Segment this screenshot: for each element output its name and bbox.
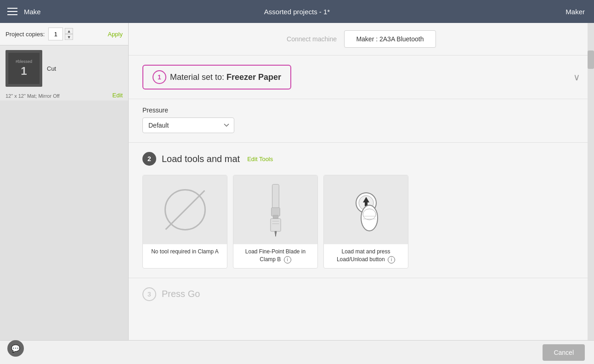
mat-thumbnail-inner: #blessed 1	[8, 53, 40, 84]
mat-info-row: 12" x 12" Mat; Mirror Off Edit	[0, 91, 128, 101]
pressure-select[interactable]: Default More Less	[142, 118, 234, 133]
step2-header: 2 Load tools and mat Edit Tools	[142, 152, 580, 166]
mat-size-label: 12" x 12" Mat; Mirror Off	[6, 93, 60, 99]
chevron-down-icon[interactable]: ∨	[573, 72, 580, 83]
step1-material: Freezer Paper	[226, 73, 281, 82]
scrollbar-track[interactable]	[588, 23, 594, 340]
blade-svg-icon	[262, 182, 289, 237]
step1-box: 1 Material set to: Freezer Paper	[142, 65, 291, 90]
copies-input-wrapper: 1 ▲ ▼	[48, 28, 73, 40]
tool-image-finger	[324, 175, 408, 244]
project-copies-label: Project copies:	[6, 31, 45, 38]
svg-marker-4	[275, 231, 277, 236]
step3-section: 3 Press Go	[129, 278, 594, 310]
sidebar-item-info: Cut	[47, 65, 123, 72]
tool-caption-no-tool: No tool required in Clamp A	[143, 244, 227, 260]
tool-caption-finger: Load mat and press Load/Unload button i	[324, 244, 408, 268]
project-title: Assorted projects - 1*	[264, 8, 330, 16]
maker-label: Maker	[566, 8, 585, 16]
svg-rect-3	[270, 218, 280, 231]
tool-card-blade: Load Fine-Point Blade in Clamp B i	[233, 175, 318, 269]
hamburger-menu-icon[interactable]	[7, 8, 17, 15]
chat-bubble-icon: 💬	[11, 344, 20, 353]
step1-circle: 1	[153, 70, 166, 84]
svg-rect-2	[273, 215, 278, 218]
content-area: Connect machine Maker : 2A3A Bluetooth 1…	[129, 23, 594, 340]
finger-info-icon[interactable]: i	[388, 256, 395, 263]
copies-up-arrow[interactable]: ▲	[65, 28, 73, 34]
machine-button[interactable]: Maker : 2A3A Bluetooth	[344, 30, 436, 48]
step3-circle: 3	[142, 287, 156, 301]
topbar: Make Assorted projects - 1* Maker	[0, 0, 594, 23]
svg-rect-0	[272, 185, 279, 210]
cut-label: Cut	[47, 65, 123, 72]
step1-section: 1 Material set to: Freezer Paper ∨	[129, 56, 594, 99]
step1-label: Material set to: Freezer Paper	[170, 73, 281, 82]
step2-title: Load tools and mat	[162, 154, 240, 164]
step2-section: 2 Load tools and mat Edit Tools No tool …	[129, 143, 594, 278]
sidebar-controls: Project copies: 1 ▲ ▼ Apply	[0, 23, 128, 45]
edit-tools-link[interactable]: Edit Tools	[247, 156, 273, 162]
step1-inner: 1 Material set to: Freezer Paper	[142, 65, 291, 90]
step2-circle: 2	[142, 152, 156, 166]
sidebar: Project copies: 1 ▲ ▼ Apply #blessed 1	[0, 23, 129, 340]
finger-press-icon	[341, 178, 391, 242]
chat-icon[interactable]: 💬	[7, 340, 24, 357]
tool-caption-blade: Load Fine-Point Blade in Clamp B i	[233, 244, 317, 268]
blade-info-icon[interactable]: i	[284, 256, 291, 263]
pressure-label: Pressure	[142, 106, 580, 114]
connect-label: Connect machine	[287, 35, 337, 43]
make-title: Make	[24, 8, 41, 16]
tool-image-no-tool	[143, 175, 227, 244]
tool-card-no-tool: No tool required in Clamp A	[142, 175, 227, 269]
cancel-button[interactable]: Cancel	[543, 344, 585, 361]
svg-rect-1	[271, 207, 279, 216]
no-tool-icon	[164, 189, 206, 230]
sidebar-item-card: #blessed 1 Cut	[0, 45, 128, 91]
step3-header: 3 Press Go	[142, 287, 580, 301]
apply-button[interactable]: Apply	[107, 31, 123, 38]
edit-link[interactable]: Edit	[113, 92, 123, 99]
mat-number: 1	[16, 65, 32, 78]
copies-arrows: ▲ ▼	[65, 28, 73, 40]
step3-title: Press Go	[162, 289, 200, 299]
mat-thumbnail: #blessed 1	[6, 50, 42, 87]
copies-down-arrow[interactable]: ▼	[65, 34, 73, 40]
bottom-bar: Cancel	[0, 340, 594, 364]
step1-label-text: Material set to:	[170, 73, 226, 82]
mat-text: #blessed	[16, 59, 32, 65]
main-layout: Project copies: 1 ▲ ▼ Apply #blessed 1	[0, 23, 594, 340]
tool-card-finger: Load mat and press Load/Unload button i	[323, 175, 408, 269]
svg-point-12	[363, 209, 376, 220]
connect-machine-row: Connect machine Maker : 2A3A Bluetooth	[129, 23, 594, 56]
tool-image-blade	[233, 175, 317, 244]
tools-grid: No tool required in Clamp A	[142, 175, 580, 269]
sidebar-bottom	[0, 101, 128, 340]
copies-value: 1	[48, 28, 63, 40]
steps-content: 1 Material set to: Freezer Paper ∨ Press…	[129, 56, 594, 340]
scrollbar-thumb[interactable]	[588, 50, 594, 69]
pressure-section: Pressure Default More Less	[129, 99, 594, 143]
